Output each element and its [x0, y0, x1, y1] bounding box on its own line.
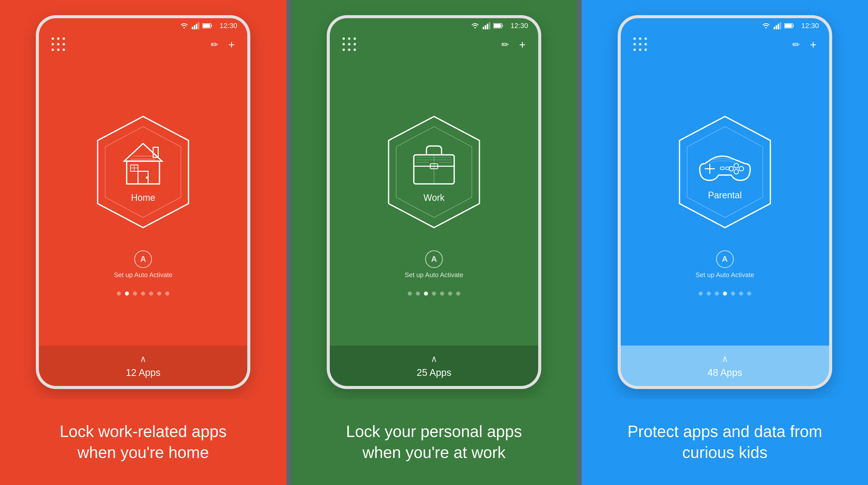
home-edit-icon[interactable]: ✏ — [211, 39, 218, 50]
parental-panel: 12:30 ✏ + — [582, 0, 868, 485]
home-caption: Lock work-related appswhen you're home — [0, 399, 286, 485]
home-phone-mockup: 12:30 ✏ + — [36, 15, 250, 389]
work-auto-activate-icon: A — [425, 250, 443, 268]
parental-add-icon[interactable]: + — [810, 38, 816, 51]
home-phone-bottom[interactable]: ∧ 12 Apps — [39, 346, 247, 386]
home-caption-text: Lock work-related appswhen you're home — [60, 421, 227, 463]
house-icon — [118, 141, 168, 187]
parental-dot-3 — [723, 291, 727, 295]
work-dot-5 — [448, 291, 452, 295]
home-dot-6 — [165, 291, 169, 295]
work-hexagon[interactable]: Work — [381, 111, 487, 233]
home-chevron-up: ∧ — [140, 354, 146, 364]
parental-status-icons: 12:30 — [762, 22, 819, 30]
work-apps-count: 25 Apps — [416, 367, 451, 378]
svg-rect-27 — [502, 25, 503, 27]
svg-rect-28 — [494, 24, 501, 28]
work-phone-bottom[interactable]: ∧ 25 Apps — [330, 346, 538, 386]
home-grid-icon[interactable] — [52, 37, 66, 52]
parental-chevron-up: ∧ — [722, 354, 728, 364]
work-phone-mockup: 12:30 ✏ + — [327, 15, 541, 389]
svg-rect-40 — [774, 27, 775, 29]
svg-rect-4 — [198, 22, 199, 29]
svg-rect-55 — [720, 167, 724, 170]
parental-auto-activate[interactable]: A Set up Auto Activate — [695, 250, 754, 279]
svg-marker-0 — [183, 27, 185, 29]
work-caption-text: Lock your personal appswhen you're at wo… — [346, 421, 522, 463]
home-hexagon[interactable]: Home — [90, 111, 196, 233]
work-battery-icon — [493, 23, 503, 29]
home-status-time: 12:30 — [219, 22, 237, 30]
home-content: Home A Set up Auto Activate — [39, 56, 247, 346]
svg-rect-25 — [489, 22, 490, 29]
work-dot-3 — [432, 291, 436, 295]
parental-grid-icon[interactable] — [633, 37, 648, 52]
home-dot-5 — [157, 291, 161, 295]
work-toolbar-actions: ✏ + — [501, 38, 526, 51]
parental-toolbar: ✏ + — [621, 33, 829, 56]
home-status-icons: 12:30 — [180, 22, 237, 30]
work-wifi-icon — [471, 22, 480, 29]
svg-rect-1 — [192, 27, 193, 29]
work-signal-icon — [483, 22, 490, 29]
home-auto-activate[interactable]: A Set up Auto Activate — [114, 250, 173, 279]
parental-caption-text: Protect apps and data fromcurious kids — [627, 421, 822, 463]
work-hex-icon: Work — [409, 141, 459, 203]
svg-rect-7 — [203, 24, 210, 28]
svg-rect-45 — [793, 25, 794, 27]
home-auto-activate-label: Set up Auto Activate — [114, 271, 173, 279]
home-add-icon[interactable]: + — [228, 38, 235, 51]
parental-hex-icon: Parental — [697, 143, 753, 201]
home-panel: 12:30 ✏ + — [0, 0, 286, 485]
parental-dot-1 — [707, 291, 711, 295]
home-dot-4 — [149, 291, 153, 295]
parental-dots-indicator — [699, 291, 751, 295]
parental-wifi-icon — [762, 22, 771, 29]
parental-toolbar-actions: ✏ + — [792, 38, 816, 51]
parental-edit-icon[interactable]: ✏ — [792, 39, 800, 50]
parental-hexagon[interactable]: Parental — [672, 111, 778, 233]
svg-point-53 — [734, 170, 739, 174]
briefcase-icon — [409, 141, 459, 187]
parental-battery-icon — [784, 23, 794, 29]
parental-status-time: 12:30 — [801, 22, 819, 30]
parental-dot-4 — [731, 291, 735, 295]
work-edit-icon[interactable]: ✏ — [501, 39, 509, 50]
work-add-icon[interactable]: + — [519, 38, 526, 51]
parental-profile-name: Parental — [708, 190, 742, 201]
divider-2 — [577, 0, 582, 485]
parental-signal-icon — [774, 22, 781, 29]
svg-rect-22 — [483, 27, 484, 29]
parental-content: Parental A Set up Auto Activate — [621, 56, 829, 346]
svg-point-52 — [739, 167, 744, 171]
svg-rect-6 — [211, 25, 212, 27]
home-dot-3 — [141, 291, 145, 295]
parental-phone-mockup: 12:30 ✏ + — [618, 15, 832, 389]
svg-rect-41 — [776, 25, 777, 29]
work-chevron-up: ∧ — [431, 354, 437, 364]
home-dot-0 — [117, 291, 121, 295]
home-profile-name: Home — [131, 193, 155, 203]
parental-phone-bottom[interactable]: ∧ 48 Apps — [621, 346, 829, 386]
parental-status-bar: 12:30 — [621, 18, 829, 33]
svg-rect-46 — [785, 24, 792, 28]
work-grid-icon[interactable] — [342, 37, 357, 52]
divider-1 — [286, 0, 291, 485]
battery-icon — [203, 23, 213, 29]
parental-auto-activate-label: Set up Auto Activate — [695, 271, 754, 279]
home-auto-activate-letter: A — [140, 254, 146, 264]
work-status-icons: 12:30 — [471, 22, 528, 30]
work-panel: 12:30 ✏ + — [291, 0, 577, 485]
svg-rect-2 — [194, 25, 195, 29]
parental-dot-0 — [699, 291, 703, 295]
parental-caption: Protect apps and data fromcurious kids — [582, 399, 868, 485]
svg-point-13 — [146, 177, 148, 179]
work-auto-activate[interactable]: A Set up Auto Activate — [405, 250, 464, 279]
parental-dot-2 — [715, 291, 719, 295]
home-apps-count: 12 Apps — [126, 367, 160, 378]
svg-marker-39 — [765, 27, 767, 29]
home-status-bar: 12:30 — [39, 18, 247, 33]
parental-apps-count: 48 Apps — [708, 367, 742, 378]
work-dots-indicator — [408, 291, 460, 295]
parental-auto-activate-letter: A — [722, 254, 728, 264]
